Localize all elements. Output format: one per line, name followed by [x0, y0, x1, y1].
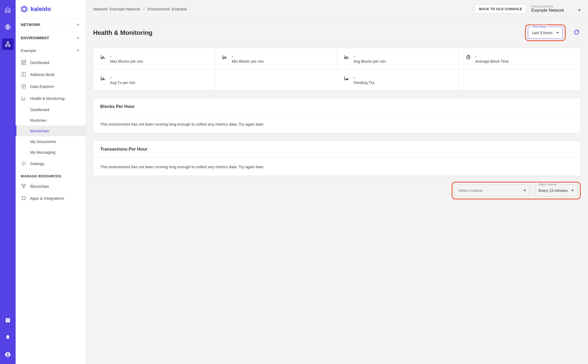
- stat-cell: -Avg Tx per min: [93, 69, 215, 90]
- sidebar-section-network[interactable]: NETWORK: [16, 18, 86, 31]
- crumb-env-name: Example: [172, 7, 187, 11]
- sidebar-item-mr-blockchain[interactable]: Blockchain: [16, 180, 86, 192]
- svg-rect-13: [22, 63, 23, 64]
- brand[interactable]: kaleido: [16, 0, 86, 18]
- svg-rect-3: [9, 45, 10, 47]
- svg-rect-2: [5, 45, 7, 47]
- runtime-row: Select runtime Metric interval Every 15 …: [93, 182, 581, 199]
- stats-card: -Max Blocks per min-Min Blocks per min-A…: [93, 48, 581, 91]
- crumb-network-name: Example Network: [110, 7, 140, 11]
- sidebar-item-label: Apps & Integrations: [30, 196, 64, 200]
- metric-interval-label: Metric interval: [538, 183, 558, 186]
- runtime-highlight: Select runtime Metric interval Every 15 …: [452, 182, 581, 199]
- caret-down-icon: [571, 190, 574, 191]
- runtime-placeholder: Select runtime: [458, 188, 483, 193]
- stat-cell: -Pending Txs: [337, 69, 459, 90]
- svg-rect-11: [24, 60, 26, 61]
- address-book-icon: [21, 72, 27, 77]
- stat-cell: -Average Block Time: [459, 48, 580, 69]
- chart-icon: [21, 95, 27, 101]
- rail-notifications[interactable]: [2, 332, 14, 343]
- panel-empty-message: This environment has not been running lo…: [93, 158, 580, 176]
- caret-down-icon: [578, 10, 581, 11]
- chevron-up-icon: [76, 36, 80, 40]
- sidebar-item-settings[interactable]: Settings: [16, 158, 86, 170]
- stat-value: -: [475, 54, 509, 58]
- metric-interval-select[interactable]: Metric interval Every 15 minutes: [535, 185, 578, 197]
- chevron-down-icon: [76, 22, 80, 27]
- crumb-env-label: Environment:: [148, 7, 170, 11]
- org-label: ORGANIZATION: [531, 5, 581, 8]
- breadcrumb: Network: Example Network / Environment: …: [93, 7, 187, 11]
- sidebar-subitem-hm-dashboard[interactable]: Dashboard: [16, 104, 86, 115]
- stat-cell: -Max Blocks per min: [93, 48, 215, 69]
- stat-label: Max Blocks per min: [110, 59, 143, 63]
- panel-blocks-per-hour: Blocks Per Hour This environment has not…: [93, 98, 581, 133]
- sidebar-item-mr-apps[interactable]: Apps & Integrations: [16, 192, 86, 204]
- svg-point-16: [23, 163, 24, 164]
- gear-icon: [21, 161, 27, 166]
- sidebar-item-address-book[interactable]: Address Book: [16, 68, 86, 80]
- stat-value: -: [354, 75, 374, 80]
- runtime-select[interactable]: Select runtime: [455, 185, 530, 197]
- area-icon: [344, 76, 349, 81]
- stat-label: Average Block Time: [475, 59, 509, 63]
- caret-down-icon: [556, 32, 559, 34]
- brand-name: kaleido: [31, 6, 51, 12]
- sidebar-subitem-hm-runtimes[interactable]: Runtimes: [16, 115, 86, 126]
- sidebar-item-health[interactable]: Health & Monitoring: [16, 92, 86, 104]
- sidebar-subitem-hm-blockchain[interactable]: Blockchain: [16, 126, 86, 136]
- svg-marker-9: [22, 7, 26, 11]
- sidebar-item-dashboard[interactable]: Dashboard: [16, 56, 86, 68]
- sidebar-item-label: Runtimes: [30, 118, 47, 122]
- network-icon: [5, 41, 11, 47]
- sidebar-item-label: Dashboard: [30, 107, 49, 112]
- sidebar-item-label: My Documents: [30, 139, 56, 144]
- mini-nav-rail: ?: [0, 0, 16, 364]
- rail-account[interactable]: [2, 349, 14, 360]
- sidebar-env-name: Example: [21, 48, 36, 53]
- timeframe-label: Time frame: [531, 25, 548, 28]
- bar-icon: [222, 54, 228, 60]
- panel-transactions-per-hour: Transactions Per Hour This environment h…: [93, 141, 581, 176]
- rail-network[interactable]: [2, 38, 14, 50]
- sidebar-subitem-hm-mydocs[interactable]: My Documents: [16, 136, 86, 147]
- svg-point-7: [7, 353, 9, 355]
- timeframe-select[interactable]: Time frame Last 3 hours: [528, 27, 563, 39]
- compass-icon: [21, 83, 27, 89]
- back-to-old-console-button[interactable]: BACK TO OLD CONSOLE: [475, 4, 527, 14]
- svg-rect-20: [22, 197, 25, 200]
- timeframe-value: Last 3 hours: [532, 31, 553, 35]
- sidebar-item-label: My Messaging: [30, 150, 55, 154]
- stat-label: Min Blocks per min: [232, 59, 264, 63]
- chip-icon: [21, 195, 27, 201]
- panel-title: Blocks Per Hour: [93, 98, 580, 115]
- rail-globe[interactable]: [2, 21, 14, 33]
- sidebar-item-label: Settings: [30, 161, 44, 166]
- refresh-button[interactable]: [573, 29, 581, 36]
- bar-icon: [344, 54, 349, 60]
- page-title: Health & Monitoring: [93, 29, 521, 36]
- sidebar-item-label: Dashboard: [30, 60, 49, 65]
- sidebar-item-label: Blockchain: [30, 184, 49, 188]
- topbar: Network: Example Network / Environment: …: [86, 0, 588, 18]
- svg-point-15: [22, 84, 26, 89]
- rail-help[interactable]: ?: [2, 315, 14, 326]
- stat-label: Avg Blocks per min: [354, 59, 386, 63]
- page-header: Health & Monitoring Time frame Last 3 ho…: [93, 24, 581, 41]
- sidebar-subitem-hm-mymsg[interactable]: My Messaging: [16, 147, 86, 158]
- crumb-network-label: Network:: [93, 7, 108, 11]
- stat-label: Pending Txs: [354, 81, 374, 85]
- sidebar-env-picker[interactable]: Example: [16, 44, 86, 56]
- home-icon: [5, 7, 11, 13]
- sidebar-section-manage: MANAGE RESOURCES: [16, 170, 86, 180]
- organization-picker[interactable]: ORGANIZATION Example Network: [531, 5, 581, 13]
- stat-label: Avg Tx per min: [110, 81, 135, 85]
- network-section-label: NETWORK: [21, 23, 41, 27]
- bar-icon: [100, 54, 106, 60]
- sidebar-section-environment[interactable]: ENVIRONMENT: [16, 31, 86, 44]
- sidebar-item-label: Data Explorer: [30, 84, 54, 89]
- metric-interval-value: Every 15 minutes: [539, 188, 568, 193]
- sidebar-item-data-explorer[interactable]: Data Explorer: [16, 80, 86, 92]
- rail-home[interactable]: [2, 4, 14, 16]
